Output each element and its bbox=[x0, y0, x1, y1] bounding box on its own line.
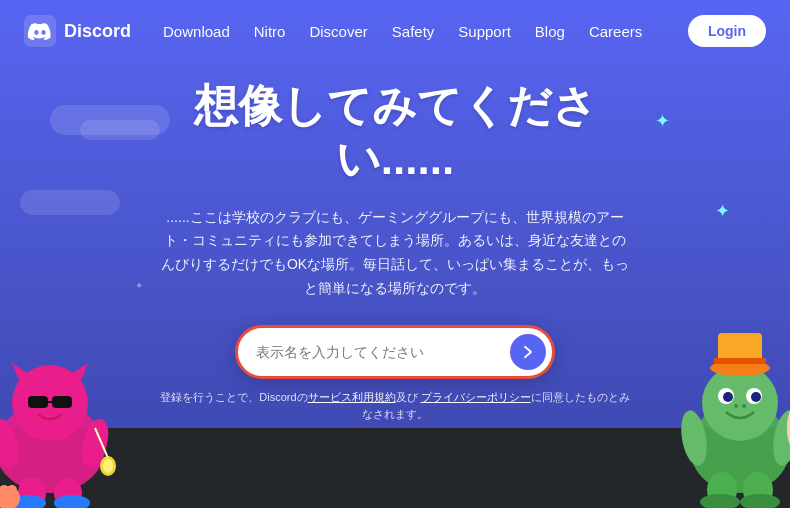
arrow-right-icon bbox=[519, 343, 537, 361]
nav-support[interactable]: Support bbox=[458, 23, 511, 40]
svg-point-15 bbox=[7, 485, 17, 495]
hero-title: 想像してみてください...... bbox=[160, 80, 630, 186]
nav-discover[interactable]: Discover bbox=[309, 23, 367, 40]
header: Discord Download Nitro Discover Safety S… bbox=[0, 0, 790, 62]
main-nav: Download Nitro Discover Safety Support B… bbox=[163, 23, 688, 40]
discord-logo-icon bbox=[24, 15, 56, 47]
nav-nitro[interactable]: Nitro bbox=[254, 23, 286, 40]
privacy-policy-link[interactable]: プライバシーポリシー bbox=[421, 391, 531, 403]
nav-careers[interactable]: Careers bbox=[589, 23, 642, 40]
login-button[interactable]: Login bbox=[688, 15, 766, 47]
nav-blog[interactable]: Blog bbox=[535, 23, 565, 40]
username-form bbox=[235, 325, 555, 379]
hero-description: ......ここは学校のクラブにも、ゲーミンググループにも、世界規模のアート・コ… bbox=[160, 206, 630, 301]
terms-text: 登録を行うことで、Discordのサービス利用規約及び プライバシーポリシーに同… bbox=[160, 389, 630, 424]
hero-content: 想像してみてください...... ......ここは学校のクラブにも、ゲーミング… bbox=[0, 80, 790, 424]
nav-download[interactable]: Download bbox=[163, 23, 230, 40]
svg-point-18 bbox=[103, 459, 113, 473]
nav-safety[interactable]: Safety bbox=[392, 23, 435, 40]
logo-area: Discord bbox=[24, 15, 131, 47]
terms-of-service-link[interactable]: サービス利用規約 bbox=[308, 391, 396, 403]
username-input[interactable] bbox=[256, 344, 510, 360]
submit-button[interactable] bbox=[510, 334, 546, 370]
logo-text: Discord bbox=[64, 21, 131, 42]
